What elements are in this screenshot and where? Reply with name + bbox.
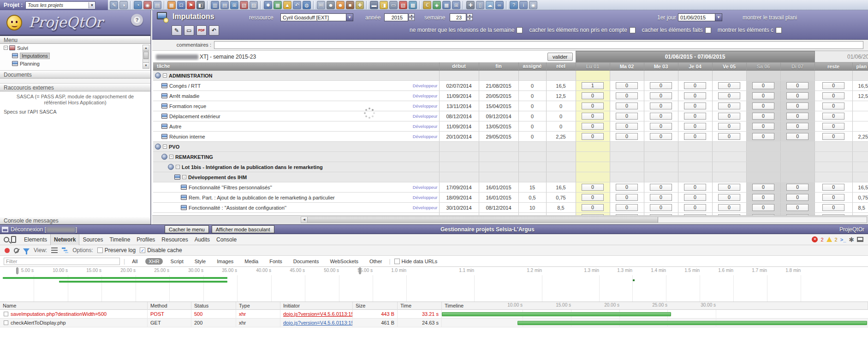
day-input[interactable]: 0: [718, 184, 740, 191]
toolbar-note-icon[interactable]: ▨: [250, 1, 258, 9]
toolbar-sheet-icon[interactable]: ▧: [240, 1, 248, 9]
task-role[interactable]: Développeur: [413, 195, 439, 200]
day-input[interactable]: 0: [684, 133, 706, 140]
column-header-day-3[interactable]: Je 04: [678, 62, 712, 71]
initiator-link[interactable]: dojo.js?version=V4.5.6.0113:15: [283, 320, 353, 326]
error-icon[interactable]: ✕: [812, 236, 818, 242]
toolbar-key-icon[interactable]: ✚: [356, 1, 364, 9]
requests-column-header-initiator[interactable]: Initiator: [280, 302, 353, 310]
console-drawer-icon[interactable]: >_: [840, 237, 846, 242]
day-input[interactable]: 0: [616, 123, 638, 130]
ressource-select[interactable]: Cyril Goasduff [EXT] ▼: [280, 13, 353, 21]
requests-column-header-name[interactable]: Name: [0, 302, 148, 310]
day-input[interactable]: 0: [786, 194, 809, 201]
day-input[interactable]: 0: [684, 184, 706, 191]
scroll-up-icon[interactable]: ▲: [143, 45, 149, 51]
collapse-icon[interactable]: −: [163, 145, 167, 149]
type-filter-xhr[interactable]: XHR: [145, 258, 162, 265]
requests-column-header-type[interactable]: Type: [236, 302, 280, 310]
task-label[interactable]: Congés / RTT: [169, 83, 201, 89]
jour-select[interactable]: 01/06/2015 ▼: [678, 13, 722, 21]
day-input[interactable]: 0: [650, 194, 672, 201]
filter-input[interactable]: Filter: [4, 258, 120, 265]
day-input[interactable]: 0: [684, 113, 706, 120]
checkbox[interactable]: [630, 27, 636, 33]
header-print-icon[interactable]: ▭: [184, 25, 194, 36]
task-role[interactable]: Développeur: [413, 114, 439, 119]
day-input[interactable]: 0: [650, 123, 672, 130]
reste-input[interactable]: 0: [822, 113, 844, 120]
toolbar-chart-icon[interactable]: ▦: [273, 1, 282, 9]
type-filter-other[interactable]: Other: [366, 258, 386, 265]
day-input[interactable]: 0: [582, 194, 604, 201]
section-header-shortcuts[interactable]: Raccourcis externes: [0, 84, 150, 91]
collapse-icon[interactable]: −: [163, 73, 167, 78]
toolbar-tools-icon[interactable]: ✚: [466, 1, 475, 9]
column-header-day-5[interactable]: Sa 06: [746, 62, 780, 71]
task-label[interactable]: Réunion interne: [169, 134, 205, 139]
valider-button[interactable]: valider: [547, 53, 572, 61]
task-label[interactable]: Fonctionnalité : ''Assistant de configur…: [189, 205, 286, 211]
toolbar-lock-icon[interactable]: ■: [346, 1, 354, 9]
semaine-spinner[interactable]: ▲▼: [467, 13, 473, 21]
type-filter-script[interactable]: Script: [167, 258, 187, 265]
scroll-left-icon[interactable]: ◄: [301, 217, 308, 223]
day-input[interactable]: 0: [616, 103, 638, 109]
task-role[interactable]: Développeur: [413, 93, 439, 98]
sidebar-item-suivi[interactable]: −Suivi: [0, 44, 150, 52]
tree-scrollbar[interactable]: ▲ ▼: [143, 45, 149, 69]
initiator-link[interactable]: dojo.js?version=V4.5.6.0113:15: [283, 311, 353, 317]
day-input[interactable]: 0: [752, 113, 774, 120]
chevron-down-icon[interactable]: ▼: [89, 2, 95, 8]
type-filter-documents[interactable]: Documents: [290, 258, 322, 265]
toolbar-printer-icon[interactable]: ▭: [389, 1, 398, 9]
activity-icon[interactable]: [181, 185, 187, 190]
request-waterfall-bar[interactable]: [517, 321, 867, 325]
warning-icon[interactable]: [826, 237, 832, 242]
annee-spinner[interactable]: ▲▼: [409, 13, 415, 21]
day-input[interactable]: 0: [582, 92, 604, 99]
day-input[interactable]: 0: [684, 92, 706, 99]
day-input[interactable]: 1: [582, 82, 604, 89]
toolbar-wrench-icon[interactable]: ✎: [110, 1, 118, 9]
gear-icon[interactable]: ✱: [849, 236, 854, 243]
day-input[interactable]: 0: [752, 103, 774, 109]
day-input[interactable]: 0: [786, 82, 809, 89]
request-checkbox[interactable]: [4, 312, 8, 316]
day-input[interactable]: 0: [582, 103, 604, 109]
activity-icon[interactable]: [181, 195, 187, 200]
day-input[interactable]: 0: [752, 92, 774, 99]
task-role[interactable]: Développeur: [413, 185, 439, 190]
semaine-input[interactable]: 23: [450, 13, 466, 21]
reste-input[interactable]: 0: [822, 184, 844, 191]
toolbar-stats-icon[interactable]: ▦: [442, 1, 451, 9]
preserve-log-checkbox[interactable]: Preserve log: [97, 247, 136, 253]
day-input[interactable]: 0: [718, 194, 740, 201]
type-filter-media[interactable]: Media: [241, 258, 262, 265]
header-checkbox-0[interactable]: ne montrer que les réunions de la semain…: [410, 27, 523, 33]
request-checkbox[interactable]: [4, 320, 8, 325]
task-label[interactable]: Autre: [169, 124, 181, 129]
toolbar-flag-icon[interactable]: ⚑: [187, 1, 195, 9]
day-input[interactable]: 0: [752, 123, 774, 130]
project-select[interactable]: Tous les projets ▼: [25, 1, 95, 9]
task-label[interactable]: Arrêt maladie: [169, 93, 199, 99]
toolbar-pdf-icon[interactable]: ▧: [399, 1, 407, 9]
section-header-console[interactable]: Console de messages: [0, 217, 150, 224]
day-input[interactable]: 0: [786, 103, 809, 109]
toolbar-clock-icon[interactable]: ◔: [134, 1, 142, 9]
annee-input[interactable]: 2015: [384, 13, 408, 21]
day-input[interactable]: 0: [786, 184, 809, 191]
day-input[interactable]: 0: [684, 194, 706, 201]
toolbar-mail-icon[interactable]: ✉: [317, 1, 325, 9]
toolbar-clapper-icon[interactable]: ◧: [196, 1, 205, 9]
toolbar-folder-icon[interactable]: ◨: [380, 1, 388, 9]
day-input[interactable]: 0: [582, 204, 604, 211]
activity-icon[interactable]: [161, 83, 167, 88]
day-input[interactable]: 0: [684, 123, 706, 130]
day-input[interactable]: 0: [582, 184, 604, 191]
reste-input[interactable]: 0: [822, 123, 844, 130]
toolbar-euro-icon[interactable]: €: [423, 1, 431, 9]
column-header-fin[interactable]: fin: [479, 62, 518, 71]
toolbar-gear-icon[interactable]: ✱: [264, 1, 272, 9]
